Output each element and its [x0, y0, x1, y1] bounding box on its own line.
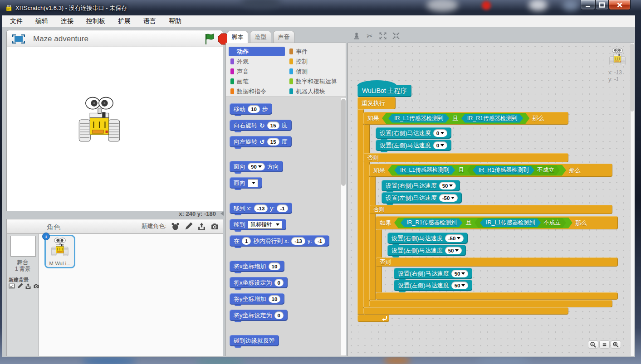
- category-motion[interactable]: 动作: [229, 47, 285, 56]
- palette-block-set-x[interactable]: 将x坐标设定为 0: [230, 277, 288, 288]
- goto-target-dropdown[interactable]: 鼠标指针: [248, 221, 282, 229]
- y-input[interactable]: -1: [277, 204, 288, 212]
- maximize-button[interactable]: [595, 0, 609, 10]
- speed-dropdown[interactable]: -50: [439, 194, 458, 202]
- sensor-ir-l1-block[interactable]: IR_L1传感器检测到: [388, 114, 449, 123]
- speed-dropdown[interactable]: 50: [439, 182, 456, 189]
- titlebar[interactable]: XRScratch(v1.6.3) - 没有连接串口 - 未保存: [0, 0, 641, 15]
- number-input[interactable]: 0: [274, 279, 284, 286]
- if-block-1-top[interactable]: 如果 IR_L1传感器检测到 且 IR_R1传感器检测到 那么: [363, 112, 568, 125]
- project-title[interactable]: Maze adventure: [33, 34, 88, 44]
- forever-block-spine[interactable]: [357, 109, 364, 315]
- paint-new-sprite-button[interactable]: [184, 222, 193, 231]
- upload-sprite-button[interactable]: [197, 222, 206, 231]
- palette-block-point-direction[interactable]: 面向 90 方向: [230, 161, 283, 172]
- script-canvas[interactable]: x: -13 y: -1 WuLiBot 主程序 重复执行 如果 IR_L1传感…: [347, 43, 634, 356]
- number-input[interactable]: 15: [267, 138, 279, 146]
- camera-backdrop-button[interactable]: [33, 283, 39, 289]
- zoom-reset-button[interactable]: [599, 340, 610, 349]
- stage-thumbnail[interactable]: [10, 236, 36, 257]
- stage-selector-column[interactable]: 舞台 1 背景 新建背景: [6, 234, 39, 356]
- if-block-3-else-bar[interactable]: 否则: [376, 257, 618, 267]
- palette-block-goto-xy[interactable]: 移到 x: -13 y: -1: [230, 203, 292, 214]
- if-block-3-top[interactable]: 如果 IR_R1传感器检测到 且 IR_L1传感器检测到 不成立 那么: [376, 216, 618, 229]
- category-events[interactable]: 事件: [288, 47, 344, 56]
- set-left-motor-50-block[interactable]: 设置(左侧)马达速度 50: [387, 245, 466, 256]
- fullscreen-icon[interactable]: [12, 34, 25, 44]
- set-left-motor-0-block[interactable]: 设置(左侧)马达速度 0: [376, 140, 451, 151]
- minimize-button[interactable]: [581, 0, 595, 10]
- palette-block-change-y[interactable]: 将y坐标增加 10: [230, 293, 284, 305]
- x-input[interactable]: -13: [291, 237, 305, 245]
- hat-block-wulibot-main[interactable]: WuLiBot 主程序: [357, 85, 411, 97]
- set-right-motor-neg50-block[interactable]: 设置(右侧)马达速度 -50: [387, 233, 468, 244]
- set-right-motor-50-block[interactable]: 设置(右侧)马达速度 50: [394, 268, 472, 279]
- target-dropdown[interactable]: [248, 179, 258, 187]
- palette-scrollbar-thumb[interactable]: [341, 99, 346, 186]
- speed-dropdown[interactable]: 50: [451, 270, 469, 277]
- category-control[interactable]: 控制: [288, 57, 344, 66]
- category-looks[interactable]: 外观: [229, 57, 285, 66]
- secs-input[interactable]: 1: [242, 237, 251, 245]
- menu-item-edit[interactable]: 编辑: [35, 17, 48, 25]
- tab-costumes[interactable]: 造型: [250, 31, 271, 43]
- category-pen[interactable]: 画笔: [229, 77, 285, 86]
- sensor-ir-l1-block[interactable]: IR_L1传感器检测到: [480, 218, 541, 227]
- palette-block-set-y[interactable]: 将y坐标设定为 0: [230, 310, 288, 321]
- palette-block-move[interactable]: 移动 10 步: [230, 103, 272, 115]
- menu-item-help[interactable]: 帮助: [169, 17, 181, 25]
- camera-sprite-button[interactable]: [210, 222, 219, 231]
- backdrop-library-button[interactable]: [9, 283, 15, 289]
- and-operator-block[interactable]: IR_R1传感器检测到 且 IR_L1传感器检测到 不成立: [394, 218, 572, 228]
- sprite-card-selected[interactable]: M-WuLi...: [44, 235, 75, 268]
- grow-sprite-button[interactable]: [378, 31, 387, 40]
- category-data[interactable]: 数据和指令: [229, 87, 285, 96]
- menu-item-extension[interactable]: 扩展: [118, 17, 131, 25]
- sensor-ir-r1-block[interactable]: IR_R1传感器检测到: [401, 218, 462, 227]
- stage-sprite-robot[interactable]: [78, 96, 121, 143]
- category-sensing[interactable]: 侦测: [288, 67, 344, 76]
- category-sound[interactable]: 声音: [229, 67, 285, 76]
- sensor-ir-r1-block[interactable]: IR_R1传感器检测到: [461, 114, 523, 123]
- new-sprite-library-button[interactable]: [171, 222, 180, 231]
- tab-scripts[interactable]: 脚本: [227, 31, 248, 44]
- if-block-2-top[interactable]: 如果 IR_L1传感器检测到 且 IR_R1传感器检测到 不成立 那么: [369, 164, 612, 177]
- duplicate-button[interactable]: [352, 31, 361, 40]
- palette-block-turn-right[interactable]: 向右旋转 ↻ 15 度: [230, 120, 292, 131]
- number-input[interactable]: 10: [269, 262, 281, 270]
- set-right-motor-0-block[interactable]: 设置(右侧)马达速度 0: [376, 127, 451, 139]
- set-left-motor-neg50-block[interactable]: 设置(左侧)马达速度 -50: [382, 192, 462, 204]
- green-flag-button[interactable]: [204, 33, 216, 45]
- number-input[interactable]: 10: [269, 295, 281, 303]
- collapse-arrow-icon[interactable]: [220, 211, 224, 216]
- close-button[interactable]: [609, 0, 631, 10]
- if-block-2-else-bar[interactable]: 否则: [369, 205, 612, 214]
- forever-block-top[interactable]: 重复执行: [357, 97, 396, 109]
- sprite-info-icon[interactable]: [42, 233, 50, 240]
- forever-block-bottom[interactable]: [357, 315, 389, 322]
- upload-backdrop-button[interactable]: [25, 283, 31, 289]
- stage-canvas[interactable]: [6, 47, 223, 211]
- sensor-ir-l1-block[interactable]: IR_L1传感器检测到: [394, 166, 455, 175]
- and-operator-block[interactable]: IR_L1传感器检测到 且 IR_R1传感器检测到: [382, 113, 529, 124]
- set-right-motor-50-block[interactable]: 设置(右侧)马达速度 50: [382, 180, 460, 191]
- delete-button[interactable]: [365, 31, 374, 40]
- menu-item-language[interactable]: 语言: [143, 17, 156, 25]
- if-block-2-spine[interactable]: [369, 177, 376, 300]
- number-input[interactable]: 15: [267, 121, 279, 129]
- paint-backdrop-button[interactable]: [17, 283, 23, 289]
- speed-dropdown[interactable]: 50: [451, 281, 469, 289]
- speed-dropdown[interactable]: 50: [445, 247, 462, 254]
- palette-block-glide[interactable]: 在 1 秒内滑行到 x: -13 y: -1: [230, 235, 329, 247]
- not-operator-block[interactable]: IR_R1传感器检测到 不成立: [467, 165, 560, 175]
- direction-dropdown[interactable]: 90: [248, 163, 265, 170]
- zoom-in-button[interactable]: [611, 340, 621, 349]
- set-left-motor-50-block[interactable]: 设置(左侧)马达速度 50: [394, 280, 472, 291]
- if-block-1-spine[interactable]: [363, 125, 370, 307]
- tab-sounds[interactable]: 声音: [273, 31, 294, 43]
- speed-dropdown[interactable]: -50: [445, 234, 464, 242]
- number-input[interactable]: 0: [274, 311, 284, 319]
- palette-block-turn-left[interactable]: 向左旋转 ↺ 15 度: [230, 136, 292, 147]
- speed-dropdown[interactable]: 0: [433, 141, 447, 149]
- palette-block-change-x[interactable]: 将x坐标增加 10: [230, 261, 284, 272]
